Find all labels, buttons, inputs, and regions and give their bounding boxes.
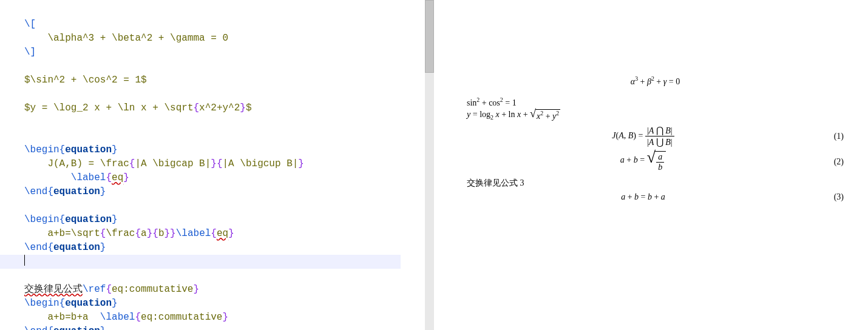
label-command: \label (176, 228, 211, 239)
fn-log: log (480, 110, 490, 119)
math-delim: $ (246, 103, 252, 113)
indent (24, 228, 47, 239)
equation-number: (2) (819, 157, 844, 167)
fraction: |A ⋂ B||A ⋃ B| (645, 125, 674, 147)
end-command: \end (24, 326, 47, 330)
indent (24, 33, 47, 44)
brace: { (106, 172, 112, 183)
var-A: A (649, 138, 654, 147)
equation-number: (3) (819, 192, 844, 202)
op-eq: = (639, 192, 648, 201)
var-A: A (619, 131, 624, 140)
brace: { (193, 103, 199, 113)
var-b: b (634, 155, 638, 164)
editor-pane: \[ \alpha^3 + \beta^2 + \gamma = 0 \] $\… (0, 0, 434, 330)
source-text: ^2 = 1 (106, 75, 141, 86)
env-name: equation (53, 326, 100, 330)
indent (24, 172, 71, 183)
latex-command: \sqrt (71, 228, 100, 239)
end-command: \end (24, 242, 47, 253)
label-command: \label (71, 172, 106, 183)
source-text: x + (135, 103, 164, 113)
numbered-equation-1: J(A, B) = |A ⋂ B||A ⋃ B| (1) (467, 125, 844, 147)
latex-command: \bigcup (240, 158, 280, 169)
eq-zero: = 0 (666, 77, 680, 86)
env-name: equation (65, 298, 112, 309)
latex-command: \sin (30, 75, 53, 86)
numbered-equation-2: a + b = √ab (2) (467, 151, 844, 173)
brace: { (152, 228, 158, 239)
brace: } (100, 326, 106, 330)
brace: } (112, 214, 118, 225)
source-text: a+b=b+a (47, 312, 100, 323)
sqrt: √x2 + y2 (530, 109, 560, 121)
op-plus: + (480, 98, 489, 107)
var-a: a (658, 152, 662, 161)
bigcup-icon: ⋃ (656, 136, 663, 147)
math-delim: $ (24, 75, 30, 86)
indent (24, 312, 47, 323)
op-eq: = (636, 131, 645, 140)
latex-source-editor[interactable]: \[ \alpha^3 + \beta^2 + \gamma = 0 \] $\… (0, 0, 425, 330)
paragraph-text: 交换律见公式 3 (467, 178, 844, 189)
env-name: equation (53, 242, 100, 253)
display-equation: α3 + β2 + γ = 0 (467, 75, 844, 87)
vertical-scrollbar[interactable]: ︿ (425, 0, 434, 330)
env-name: equation (65, 214, 112, 225)
math-delim: $ (141, 75, 147, 86)
math-delim: $ (24, 103, 30, 113)
env-name: equation (65, 144, 112, 155)
current-line[interactable] (0, 255, 401, 269)
brace: } (228, 228, 234, 239)
brace: { (59, 298, 66, 309)
chinese-text: 交换律见公式 (24, 284, 83, 295)
brace: } (298, 158, 304, 169)
latex-command: \beta (112, 33, 141, 44)
var-beta: β (647, 77, 651, 86)
var-b: b (658, 163, 662, 172)
source-arg: |A (135, 158, 152, 169)
brace: { (59, 214, 66, 225)
brace: { (211, 228, 217, 239)
inline-equation-1: sin2 + cos2 = 1 (467, 96, 844, 108)
display-math-open: \[ (24, 19, 36, 30)
bar: | (671, 126, 673, 135)
ref-command: \ref (83, 284, 106, 295)
source-text: _2 x + (76, 103, 117, 113)
equation-number: (1) (819, 132, 844, 141)
end-command: \end (24, 186, 47, 197)
source-arg: a (141, 228, 147, 239)
scrollbar-thumb[interactable] (425, 0, 434, 73)
var-B: B (665, 138, 671, 147)
brace: { (135, 312, 141, 323)
brace: } (240, 103, 246, 113)
brace: } (112, 144, 118, 155)
brace: { (217, 158, 223, 169)
brace: { (106, 284, 112, 295)
numbered-equation-3: a + b = b + a (3) (467, 192, 844, 202)
pdf-preview-pane[interactable]: α3 + β2 + γ = 0 sin2 + cos2 = 1 y = log2… (434, 0, 868, 330)
brace: { (47, 326, 53, 330)
latex-command: \bigcap (152, 158, 193, 169)
brace: { (135, 228, 141, 239)
op-plus: + (638, 77, 647, 86)
brace: { (47, 242, 53, 253)
var-a: a (620, 155, 625, 164)
source-text: ^3 + (83, 33, 112, 44)
latex-command: \gamma (170, 33, 205, 44)
var-A: A (649, 126, 654, 135)
split-view: \[ \alpha^3 + \beta^2 + \gamma = 0 \] $\… (0, 0, 868, 330)
latex-command: \alpha (47, 33, 83, 44)
bar: | (671, 138, 673, 147)
op-plus: + (625, 192, 634, 201)
exponent: 2 (556, 110, 559, 116)
latex-command: \log (53, 103, 76, 113)
label-command: \label (100, 312, 135, 323)
op-plus: + (654, 77, 663, 86)
begin-command: \begin (24, 144, 59, 155)
sqrt: √ab (647, 151, 666, 173)
op-plus: + (543, 112, 552, 121)
source-text: y = (30, 103, 53, 113)
brace: { (100, 228, 106, 239)
brace: { (59, 144, 66, 155)
